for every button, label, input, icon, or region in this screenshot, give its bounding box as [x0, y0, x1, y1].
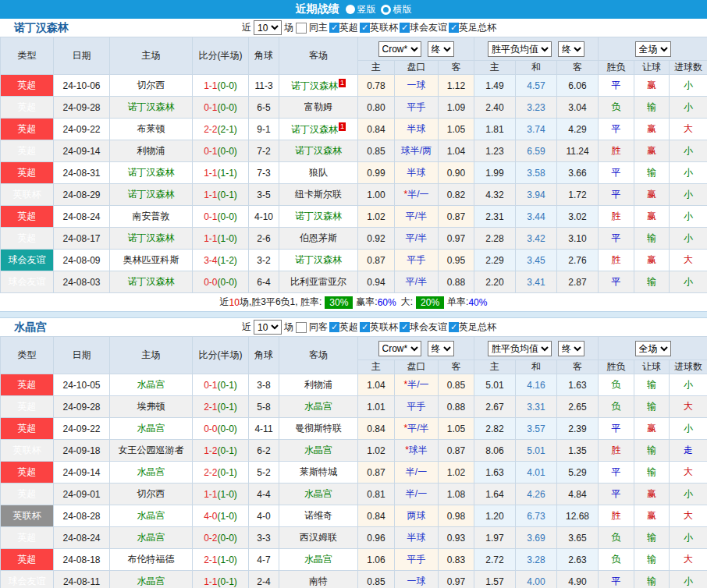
avg-final-select[interactable]: 终 — [558, 41, 584, 57]
games-label: 场 — [284, 21, 293, 34]
same-venue-checkbox[interactable] — [296, 23, 307, 34]
result-wdl-cell: 平 — [599, 228, 634, 250]
result-handicap-cell: 输 — [634, 440, 670, 462]
avg-draw-cell: 3.58 — [516, 162, 557, 184]
opponent-team-name: 奥林匹亚科斯 — [123, 254, 179, 265]
result-goals-cell: 大 — [670, 505, 707, 527]
home-team-cell: 诺丁汉森林 — [110, 228, 193, 250]
subcol-odds-home: 主 — [358, 61, 395, 75]
fulltime-score: 0-1 — [204, 146, 217, 157]
layout-option-horizontal[interactable]: 横版 — [393, 3, 412, 16]
avg-type-select[interactable]: 胜平负均值 — [488, 341, 552, 356]
checkbox-checked-icon[interactable]: ✓ — [400, 23, 410, 33]
fulltime-score: 1-1 — [204, 190, 217, 200]
avg-home-cell: 2.31 — [474, 206, 516, 228]
checkbox-checked-icon[interactable]: ✓ — [360, 322, 370, 332]
result-handicap-cell: 赢 — [634, 75, 670, 97]
corners-cell: 6-5 — [249, 97, 279, 119]
score-cell: 1-1(1-0) — [193, 484, 249, 505]
recent-label: 近 — [242, 21, 251, 34]
opponent-team-name: 利物浦 — [137, 145, 165, 156]
match-row: 英联杯24-08-29诺丁汉森林1-1(0-1)3-5纽卡斯尔联1.00*半/一… — [1, 184, 707, 206]
focus-team-name: 水晶宫 — [137, 423, 165, 434]
result-goals-cell: 大 — [670, 462, 707, 484]
recent-label: 近 — [242, 321, 251, 334]
odds-away-cell: 1.12 — [439, 75, 474, 97]
league-badge: 英联杯 — [1, 184, 54, 206]
match-date: 24-09-22 — [54, 418, 110, 440]
score-cell: 1-1(1-1) — [193, 162, 249, 184]
scope-select[interactable]: 全场 — [635, 41, 671, 57]
odds-source-select[interactable]: Crow* — [378, 341, 421, 356]
league-badge: 英超 — [1, 527, 54, 549]
home-team-cell: 布伦特福德 — [110, 549, 193, 571]
match-date: 24-09-28 — [54, 396, 110, 418]
avg-home-cell: 2.40 — [474, 97, 516, 119]
league-label: 英超 — [339, 321, 358, 334]
same-venue-checkbox[interactable] — [296, 322, 307, 333]
result-wdl-cell: 平 — [599, 119, 634, 140]
avg-final-select[interactable]: 终 — [558, 341, 584, 356]
focus-team-name: 诺丁汉森林 — [128, 232, 175, 243]
odds-source-select[interactable]: Crow* — [378, 41, 421, 57]
opponent-team-name: 布伦特福德 — [128, 554, 175, 565]
home-team-cell: 南安普敦 — [110, 206, 193, 228]
odds-away-cell: 0.93 — [439, 527, 474, 549]
checkbox-checked-icon[interactable]: ✓ — [400, 322, 410, 332]
match-row: 英超24-08-31诺丁汉森林1-1(1-1)7-3狼队0.99半球0.901.… — [1, 162, 707, 184]
match-date: 24-10-06 — [54, 75, 110, 97]
subcol-avg-away: 客 — [557, 360, 599, 374]
odds-final-select[interactable]: 终 — [428, 41, 454, 57]
recent-count-select[interactable]: 10 — [254, 20, 282, 35]
home-team-cell: 诺丁汉森林 — [110, 97, 193, 119]
odds-final-select[interactable]: 终 — [428, 341, 454, 356]
subcol-result: 胜负 — [599, 61, 634, 75]
checkbox-checked-icon[interactable]: ✓ — [329, 23, 339, 33]
handicap-cell: 球半/两 — [395, 140, 439, 162]
recent-count-select[interactable]: 10 — [254, 320, 282, 335]
opponent-team-name: 南特 — [309, 576, 328, 586]
focus-team-name: 诺丁汉森林 — [291, 80, 338, 91]
match-row: 球会友谊24-08-11水晶宫1-1(0-1)2-4南特0.85一球0.971.… — [1, 571, 707, 588]
layout-option-vertical[interactable]: 竖版 — [357, 3, 376, 16]
scope-select[interactable]: 全场 — [635, 341, 671, 356]
league-label: 球会友谊 — [410, 21, 447, 34]
checkbox-checked-icon[interactable]: ✓ — [449, 23, 459, 33]
league-badge: 英超 — [1, 162, 54, 184]
home-team-cell: 诺丁汉森林 — [110, 271, 193, 293]
avg-type-select[interactable]: 胜平负均值 — [488, 41, 552, 57]
stats-summary: 近10场,胜3平6负1, 胜率:30% 赢率:60% 大:20% 单率:40% — [0, 293, 707, 311]
avg-away-cell: 3.66 — [557, 162, 599, 184]
result-handicap-cell: 输 — [634, 162, 670, 184]
halftime-score: (0-0) — [218, 146, 237, 157]
handicap-cell: 一球 — [395, 571, 439, 588]
checkbox-checked-icon[interactable]: ✓ — [449, 322, 459, 332]
odds-away-cell: 1.02 — [439, 462, 474, 484]
result-handicap-cell: 赢 — [634, 505, 670, 527]
score-cell: 0-0(0-0) — [193, 271, 249, 293]
focus-team-name: 水晶宫 — [137, 466, 165, 477]
handicap-cell: *半/一 — [395, 184, 439, 206]
away-team-cell: 水晶宫 — [279, 396, 358, 418]
away-team-cell: 诺丁汉森林 — [279, 250, 358, 271]
match-row: 球会友谊24-08-09奥林匹亚科斯3-4(1-2)3-2诺丁汉森林0.87平手… — [1, 250, 707, 271]
league-badge: 英超 — [1, 484, 54, 505]
avg-home-cell: 1.81 — [474, 119, 516, 140]
match-date: 24-09-14 — [54, 140, 110, 162]
focus-team-name: 水晶宫 — [137, 510, 165, 521]
halftime-score: (0-1) — [218, 467, 237, 478]
checkbox-checked-icon[interactable]: ✓ — [329, 322, 339, 332]
odds-away-cell: 0.88 — [439, 396, 474, 418]
odds-home-cell: 0.92 — [358, 228, 395, 250]
result-goals-cell: 大 — [670, 119, 707, 140]
radio-unselected-icon[interactable] — [381, 5, 391, 15]
fulltime-score: 1-2 — [204, 445, 217, 456]
league-label: 球会友谊 — [410, 321, 447, 334]
away-team-cell: 莱斯特城 — [279, 462, 358, 484]
checkbox-checked-icon[interactable]: ✓ — [360, 23, 370, 33]
avg-away-cell: 1.72 — [557, 184, 599, 206]
odds-home-cell: 0.99 — [358, 162, 395, 184]
radio-selected-icon[interactable] — [346, 5, 355, 14]
avg-away-cell: 2.76 — [557, 250, 599, 271]
match-date: 24-08-24 — [54, 206, 110, 228]
